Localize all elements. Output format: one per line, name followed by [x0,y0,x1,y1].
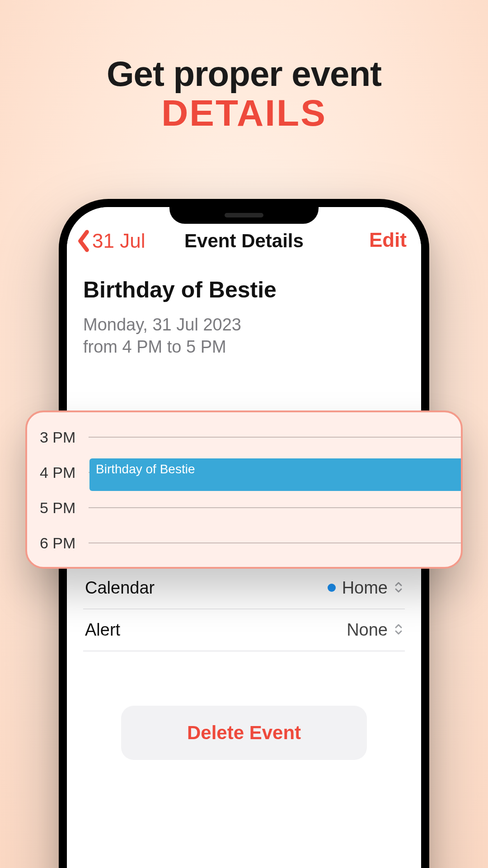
notch-speaker [225,213,263,217]
timeline-gridline [89,507,461,508]
updown-icon [394,578,403,598]
settings-rows: Calendar Home Alert None [67,566,421,651]
device-notch [169,199,319,224]
back-button[interactable]: 31 Jul [77,230,145,252]
timeline-row: 3 PM [40,420,461,455]
calendar-label: Calendar [85,578,155,598]
timeline-row: 5 PM [40,490,461,525]
edit-button[interactable]: Edit [369,229,407,251]
calendar-row[interactable]: Calendar Home [83,566,405,609]
calendar-value: Home [328,578,403,598]
timeline-event-block[interactable]: Birthday of Bestie [89,458,461,491]
alert-row[interactable]: Alert None [83,609,405,651]
delete-event-button[interactable]: Delete Event [121,706,367,760]
delete-wrap: Delete Event [67,706,421,760]
page-title: Event Details [184,230,304,252]
event-time: from 4 PM to 5 PM [83,336,405,358]
timeline-row: 6 PM [40,525,461,561]
alert-label: Alert [85,620,120,640]
timeline-hour-label: 3 PM [40,429,85,446]
event-meta: Monday, 31 Jul 2023 from 4 PM to 5 PM [83,314,405,359]
alert-value: None [347,620,403,640]
headline-line-2: DETAILS [0,92,488,134]
timeline-gridline [89,437,461,438]
chevron-left-icon [77,230,90,252]
timeline-gridline [89,542,461,543]
timeline-hour-label: 6 PM [40,534,85,552]
headline-line-1: Get proper event [0,53,488,94]
marketing-headline: Get proper event DETAILS [0,53,488,134]
timeline-hour-label: 4 PM [40,464,85,481]
calendar-color-dot [328,584,336,592]
updown-icon [394,620,403,640]
event-header: Birthday of Bestie Monday, 31 Jul 2023 f… [67,277,421,359]
calendar-name: Home [342,578,388,598]
event-date: Monday, 31 Jul 2023 [83,314,405,336]
timeline-overlay: 3 PM 4 PM 5 PM 6 PM Birthday of Bestie [25,410,463,569]
back-label: 31 Jul [92,230,145,252]
timeline-hour-label: 5 PM [40,499,85,517]
event-title: Birthday of Bestie [83,277,405,303]
alert-setting: None [347,620,388,640]
